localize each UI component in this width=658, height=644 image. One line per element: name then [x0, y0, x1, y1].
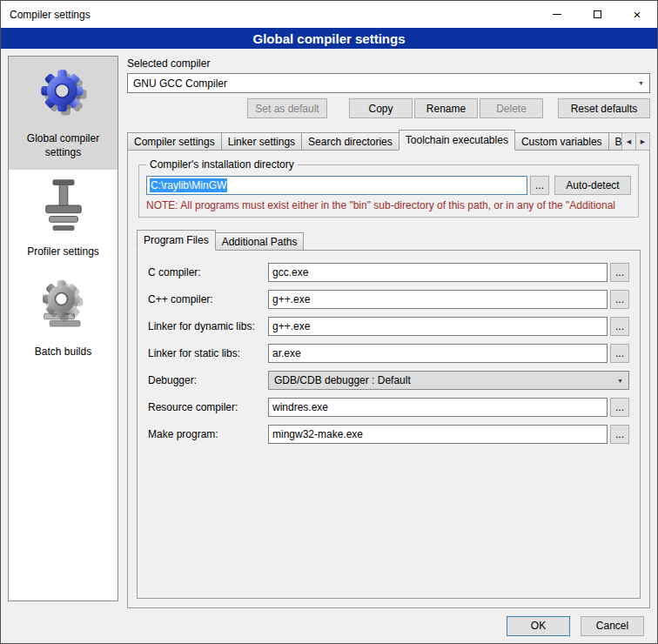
installation-directory-input[interactable]: C:\raylib\MinGW	[146, 176, 527, 195]
copy-button[interactable]: Copy	[349, 98, 413, 118]
minimize-button[interactable]	[537, 1, 577, 28]
cpp-compiler-label: C++ compiler:	[148, 293, 268, 305]
tab-toolchain-executables[interactable]: Toolchain executables	[399, 130, 515, 151]
subtab-additional-paths[interactable]: Additional Paths	[215, 232, 305, 251]
make-program-input[interactable]	[268, 425, 608, 444]
subtab-program-files[interactable]: Program Files	[137, 230, 216, 251]
c-compiler-browse-button[interactable]: ...	[610, 263, 629, 282]
toolchain-executables-panel: Compiler's installation directory C:\ray…	[127, 150, 650, 608]
titlebar[interactable]: Compiler settings ×	[1, 1, 657, 28]
set-as-default-button[interactable]: Set as default	[247, 98, 327, 118]
reset-defaults-button[interactable]: Reset defaults	[558, 98, 650, 118]
selected-compiler-label: Selected compiler	[127, 57, 650, 70]
browse-directory-button[interactable]: ...	[530, 176, 549, 195]
static-linker-input[interactable]	[268, 344, 608, 363]
chevron-down-icon: ▾	[633, 74, 649, 92]
installation-directory-group: Compiler's installation directory C:\ray…	[138, 164, 639, 218]
window-controls: ×	[537, 1, 657, 28]
cpp-compiler-browse-button[interactable]: ...	[610, 290, 629, 309]
cancel-button[interactable]: Cancel	[581, 616, 644, 636]
debugger-row: Debugger: GDB/CDB debugger : Default ▾	[148, 371, 629, 390]
debugger-label: Debugger:	[148, 374, 268, 386]
tab-scroll-left-button[interactable]: ◀	[621, 132, 636, 151]
page-title: Global compiler settings	[1, 28, 657, 49]
dynamic-linker-input[interactable]	[268, 317, 608, 336]
tab-compiler-settings[interactable]: Compiler settings	[127, 132, 222, 151]
cpp-compiler-row: C++ compiler: ...	[148, 290, 629, 309]
resource-compiler-label: Resource compiler:	[148, 401, 268, 413]
static-linker-label: Linker for static libs:	[148, 347, 268, 359]
window-title: Compiler settings	[1, 9, 91, 21]
static-linker-row: Linker for static libs: ...	[148, 344, 629, 363]
resource-compiler-browse-button[interactable]: ...	[610, 398, 629, 417]
cpp-compiler-input[interactable]	[268, 290, 608, 309]
compiler-actions: Set as default Copy Rename Delete Reset …	[127, 98, 650, 118]
c-compiler-label: C compiler:	[148, 266, 268, 278]
c-compiler-row: C compiler: ...	[148, 263, 629, 282]
close-icon: ×	[634, 8, 641, 21]
close-button[interactable]: ×	[617, 1, 657, 28]
tab-build-options[interactable]: Build	[608, 132, 622, 151]
resource-compiler-input[interactable]	[268, 398, 608, 417]
tab-scroll-right-button[interactable]: ▶	[635, 132, 650, 151]
delete-button[interactable]: Delete	[480, 98, 543, 118]
tab-custom-variables[interactable]: Custom variables	[514, 132, 609, 151]
dialog-footer: OK Cancel	[1, 608, 657, 643]
compiler-tabstrip: Compiler settings Linker settings Search…	[127, 130, 650, 151]
installation-directory-value: C:\raylib\MinGW	[150, 178, 227, 192]
sidebar-item-label: Batch builds	[35, 345, 91, 359]
sidebar-item-global-compiler-settings[interactable]: Global compiler settings	[9, 57, 118, 170]
dialog-body: Global compiler settings Profiler settin…	[1, 49, 657, 608]
program-files-tabstrip: Program Files Additional Paths	[137, 230, 641, 251]
tab-linker-settings[interactable]: Linker settings	[221, 132, 302, 151]
gray-gear-stack-icon	[38, 277, 89, 334]
maximize-button[interactable]	[577, 1, 617, 28]
dynamic-linker-row: Linker for dynamic libs: ...	[148, 317, 629, 336]
installation-directory-row: C:\raylib\MinGW ... Auto-detect	[146, 176, 631, 195]
debugger-dropdown[interactable]: GDB/CDB debugger : Default ▾	[268, 371, 629, 390]
sidebar-item-profiler-settings[interactable]: Profiler settings	[9, 170, 118, 270]
dynamic-linker-label: Linker for dynamic libs:	[148, 320, 268, 332]
c-compiler-input[interactable]	[268, 263, 608, 282]
main-panel: Selected compiler GNU GCC Compiler ▾ Set…	[127, 56, 650, 608]
make-program-label: Make program:	[148, 428, 268, 440]
static-linker-browse-button[interactable]: ...	[610, 344, 629, 363]
ok-button[interactable]: OK	[507, 616, 570, 636]
sidebar-item-label: Global compiler settings	[13, 132, 113, 159]
autodetect-button[interactable]: Auto-detect	[554, 176, 631, 195]
installation-directory-group-title: Compiler's installation directory	[146, 158, 298, 171]
compiler-settings-dialog: Compiler settings × Global compiler sett…	[0, 0, 658, 644]
subtabs-wrap: Program Files Additional Paths	[137, 230, 641, 251]
selected-compiler-value: GNU GCC Compiler	[133, 77, 227, 90]
tab-search-directories[interactable]: Search directories	[301, 132, 400, 151]
dynamic-linker-browse-button[interactable]: ...	[610, 317, 629, 336]
tabs-wrap: Compiler settings Linker settings Search…	[127, 130, 622, 151]
make-program-browse-button[interactable]: ...	[610, 425, 629, 444]
minimize-icon	[553, 14, 561, 15]
arrow-right-icon: ▶	[641, 138, 645, 145]
debugger-value: GDB/CDB debugger : Default	[274, 374, 411, 386]
sidebar-item-label: Profiler settings	[27, 245, 99, 259]
make-program-row: Make program: ...	[148, 425, 629, 444]
bin-subdirectory-note: NOTE: All programs must exist either in …	[146, 199, 631, 211]
settings-category-list: Global compiler settings Profiler settin…	[8, 56, 118, 601]
program-files-panel: C compiler: ... C++ compiler: ... Linker…	[137, 250, 641, 599]
rename-button[interactable]: Rename	[414, 98, 478, 118]
selected-compiler-dropdown[interactable]: GNU GCC Compiler ▾	[127, 73, 650, 93]
chevron-down-icon: ▾	[612, 372, 628, 389]
arrow-left-icon: ◀	[627, 138, 631, 145]
profiler-tool-icon	[41, 177, 86, 234]
blue-gear-icon	[38, 64, 89, 121]
maximize-icon	[594, 10, 601, 18]
resource-compiler-row: Resource compiler: ...	[148, 398, 629, 417]
sidebar-item-batch-builds[interactable]: Batch builds	[9, 270, 118, 370]
